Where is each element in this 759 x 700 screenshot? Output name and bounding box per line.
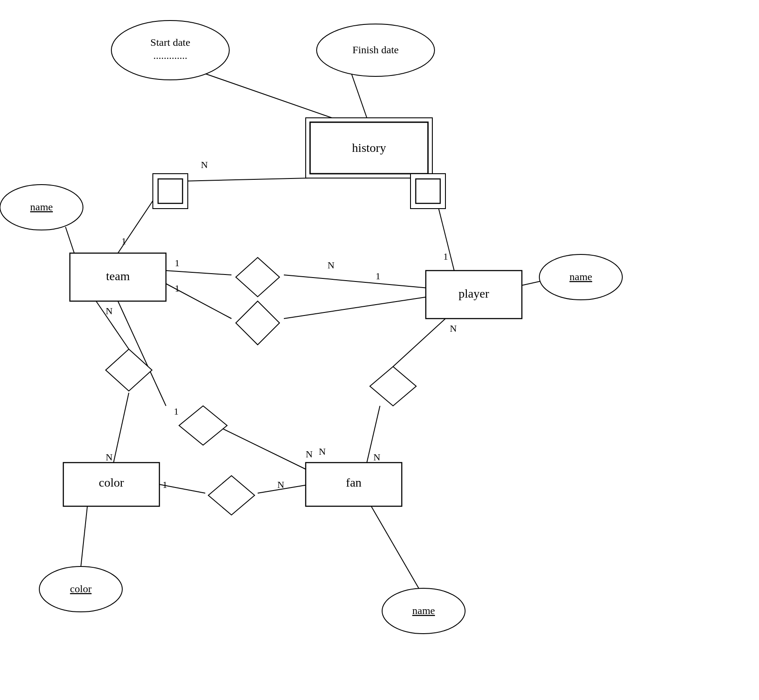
card-fan-color-n: N — [277, 479, 284, 490]
svg-line-18 — [371, 506, 419, 589]
cardinality-1-team-hist: 1 — [121, 236, 126, 247]
card-team-rel1-1: 1 — [175, 257, 179, 268]
start-date-label: Start date — [150, 37, 190, 48]
card-color-n: N — [106, 452, 113, 463]
finish-date-label: Finish date — [352, 44, 399, 55]
start-date-dots: ............. — [153, 50, 187, 61]
svg-line-7 — [166, 271, 231, 275]
team-name-label: name — [30, 201, 53, 213]
card-rel2-player-1: 1 — [376, 271, 380, 281]
cardinality-n-left: N — [201, 159, 208, 170]
svg-line-20 — [221, 428, 310, 471]
card-team-fan-1: 1 — [174, 406, 179, 417]
card-color-fan-1: 1 — [162, 479, 167, 490]
svg-line-12 — [114, 393, 129, 463]
card-fan-team-n: N — [319, 446, 326, 457]
fan-label: fan — [346, 476, 362, 489]
fan-team-diamond — [179, 406, 227, 445]
color-label: color — [99, 476, 124, 489]
card-rel1-player-n: N — [328, 260, 335, 271]
team-label: team — [106, 269, 130, 283]
player-label: player — [459, 287, 490, 300]
card-player-fan-n: N — [450, 323, 457, 334]
svg-line-8 — [284, 275, 428, 288]
fan-name-label: name — [412, 605, 435, 616]
player-name-label: name — [569, 271, 592, 282]
team-color-diamond — [106, 349, 152, 391]
player-fan-diamond — [370, 367, 416, 406]
history-label: history — [352, 141, 386, 154]
hist-player-weak-inner — [416, 179, 440, 203]
hist-team-weak-inner — [158, 179, 183, 203]
card-fan-color-n-top: N — [306, 449, 313, 460]
svg-line-0 — [188, 68, 332, 118]
svg-line-17 — [81, 506, 87, 567]
cardinality-1-player-hist: 1 — [443, 251, 448, 262]
team-player-rel1-diamond — [236, 257, 279, 297]
card-team-rel2-1: 1 — [175, 283, 179, 294]
color-fan-diamond — [208, 476, 255, 515]
svg-line-6 — [66, 227, 74, 253]
card-team-color-n: N — [106, 305, 113, 316]
color-attr-label: color — [70, 583, 91, 594]
team-player-rel2-diamond — [236, 301, 279, 345]
card-fan-n-player: N — [373, 452, 380, 463]
svg-line-13 — [393, 319, 445, 367]
svg-line-10 — [284, 297, 428, 319]
